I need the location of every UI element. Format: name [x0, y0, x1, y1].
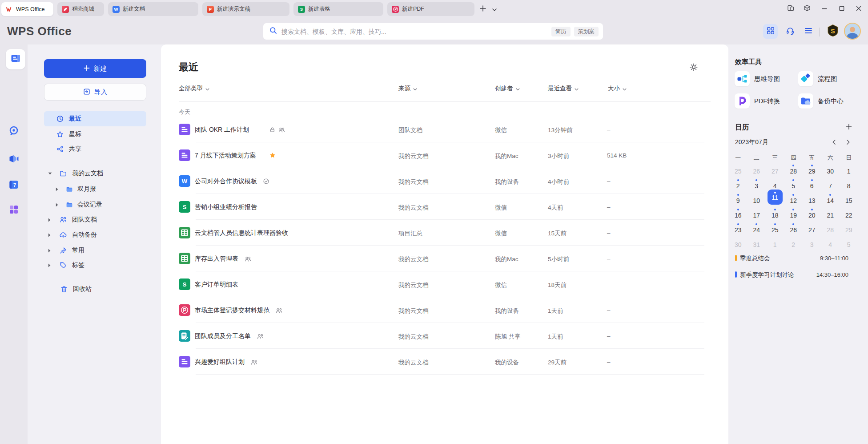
add-event-button[interactable] [844, 123, 853, 132]
calendar-day[interactable]: 5 [840, 234, 858, 249]
calendar-day[interactable]: 26 [747, 161, 766, 176]
rail-item-apps[interactable] [8, 204, 20, 217]
new-button[interactable]: 新建 [44, 59, 146, 78]
file-row[interactable]: 团队成员及分工名单 我的云文档 陈旭 共享 1天前 – [179, 323, 711, 349]
calendar-day[interactable]: 14 [821, 190, 840, 205]
tab-list-dropdown[interactable] [489, 4, 500, 14]
apps-grid-button[interactable] [763, 24, 778, 39]
sidebar-item-recent[interactable]: 最近 [44, 111, 146, 126]
sidebar-item-bimonthly-report[interactable]: 双月报 [44, 182, 146, 197]
calendar-day[interactable]: 19 [784, 205, 803, 220]
maximize-button[interactable] [836, 3, 848, 15]
filter-1[interactable]: 来源 [398, 85, 417, 93]
sidebar-item-team-docs[interactable]: 团队文档 [44, 212, 146, 227]
sidebar-item-shared[interactable]: 共享 [44, 141, 146, 157]
calendar-day[interactable]: 3 [747, 176, 766, 190]
tool-flowchart[interactable]: 流程图 [798, 71, 868, 86]
file-row[interactable]: 市场主体登记提交材料规范 我的云文档 我的设备 1天前 – [179, 297, 711, 323]
calendar-day-selected[interactable]: 11 [766, 190, 784, 205]
search-input[interactable] [281, 28, 548, 35]
calendar-day[interactable]: 23 [729, 220, 747, 234]
calendar-day[interactable]: 2 [729, 176, 747, 190]
calendar-day[interactable]: 21 [821, 205, 840, 220]
file-row[interactable]: 库存出入管理表 我的云文档 我的Mac 5小时前 – [179, 246, 711, 271]
main-menu-button[interactable] [801, 24, 816, 39]
calendar-day[interactable]: 17 [747, 205, 766, 220]
calendar-day[interactable]: 22 [840, 205, 858, 220]
calendar-day[interactable]: 25 [766, 220, 784, 234]
support-headset-button[interactable] [783, 24, 797, 39]
calendar-day[interactable]: 1 [766, 234, 784, 249]
caret-right-icon[interactable] [48, 218, 52, 222]
sidebar-item-meeting-notes[interactable]: 会议记录 [44, 197, 146, 212]
calendar-day[interactable]: 27 [803, 220, 821, 234]
calendar-day[interactable]: 12 [784, 190, 803, 205]
calendar-day[interactable]: 27 [766, 161, 784, 176]
calendar-day[interactable]: 7 [821, 176, 840, 190]
calendar-day[interactable]: 20 [803, 205, 821, 220]
calendar-day[interactable]: 5 [784, 176, 803, 190]
filter-2[interactable]: 创建者 [495, 85, 520, 93]
tab-new-pdf[interactable]: 新建PDF [387, 2, 474, 16]
labs-cube-button[interactable] [801, 3, 813, 15]
calendar-event[interactable]: 季度总结会 9:30–11:00 [735, 254, 850, 262]
tool-backup[interactable]: 备份中心 [798, 93, 868, 109]
tab-docer-mall[interactable]: 稻壳商城 [57, 2, 104, 16]
calendar-day[interactable]: 2 [784, 234, 803, 249]
calendar-day[interactable]: 29 [840, 220, 858, 234]
tab-new-slides[interactable]: P 新建演示文稿 [202, 2, 289, 16]
import-button[interactable]: 导入 [44, 84, 146, 101]
calendar-day[interactable]: 9 [729, 190, 747, 205]
sidebar-item-trash[interactable]: 回收站 [44, 282, 146, 297]
calendar-day[interactable]: 18 [766, 205, 784, 220]
calendar-day[interactable]: 25 [729, 161, 747, 176]
file-row[interactable]: 云文档管人员信息统计表理器验收 项目汇总 微信 15天前 – [179, 220, 711, 246]
minimize-button[interactable] [818, 3, 831, 15]
rail-item-meeting[interactable] [8, 153, 20, 166]
filter-3[interactable]: 最近查看 [548, 85, 579, 93]
rail-item-calendar[interactable]: 7 [8, 179, 20, 192]
avatar[interactable] [844, 23, 861, 40]
calendar-day[interactable]: 31 [747, 234, 766, 249]
search-bar[interactable]: 简历策划案 [263, 23, 603, 40]
sidebar-item-my-cloud-docs[interactable]: 我的云文档 [44, 166, 146, 181]
new-tab-button[interactable] [478, 4, 488, 14]
sidebar-item-tags[interactable]: 标签 [44, 258, 146, 273]
file-row[interactable]: S 客户订单明细表 我的云文档 微信 18天前 – [179, 271, 711, 297]
caret-right-icon[interactable] [48, 233, 52, 237]
file-row[interactable]: 兴趣爱好组队计划 我的云文档 我的设备 29天前 – [179, 349, 711, 375]
calendar-day[interactable]: 28 [784, 161, 803, 176]
calendar-day[interactable]: 24 [747, 220, 766, 234]
calendar-day[interactable]: 4 [821, 234, 840, 249]
calendar-day[interactable]: 3 [803, 234, 821, 249]
rail-item-docs[interactable] [6, 49, 25, 69]
filter-4[interactable]: 大小 [608, 85, 627, 93]
calendar-day[interactable]: 30 [821, 161, 840, 176]
file-row[interactable]: 7 月线下活动策划方案 我的云文档 我的Mac 3小时前 514 KB [179, 142, 711, 168]
tab-new-document[interactable]: W 新建文档 [108, 2, 198, 16]
tab-new-sheet[interactable]: S 新建表格 [293, 2, 383, 16]
calendar-day[interactable]: 10 [747, 190, 766, 205]
calendar-day[interactable]: 13 [803, 190, 821, 205]
tab-wps-home[interactable]: WPS Office [1, 2, 53, 16]
caret-right-icon[interactable] [48, 263, 52, 267]
sidebar-item-starred[interactable]: 星标 [44, 127, 146, 142]
calendar-day[interactable]: 15 [840, 190, 858, 205]
search-tag[interactable]: 简历 [551, 27, 571, 36]
calendar-day[interactable]: 8 [840, 176, 858, 190]
caret-right-icon[interactable] [56, 202, 60, 207]
calendar-day[interactable]: 6 [803, 176, 821, 190]
caret-right-icon[interactable] [56, 187, 60, 191]
calendar-day[interactable]: 26 [784, 220, 803, 234]
file-row[interactable]: W 公司对外合作协议模板 我的云文档 我的设备 4小时前 – [179, 168, 711, 194]
calendar-next-button[interactable] [844, 139, 852, 147]
calendar-day[interactable]: 29 [803, 161, 821, 176]
sidebar-item-frequent[interactable]: 常用 [44, 243, 146, 258]
calendar-day[interactable]: 4 [766, 176, 784, 190]
calendar-day[interactable]: 30 [729, 234, 747, 249]
settings-button[interactable] [689, 63, 698, 72]
close-button[interactable] [852, 3, 865, 15]
calendar-day[interactable]: 16 [729, 205, 747, 220]
calendar-day[interactable]: 28 [821, 220, 840, 234]
calendar-day[interactable]: 1 [840, 161, 858, 176]
